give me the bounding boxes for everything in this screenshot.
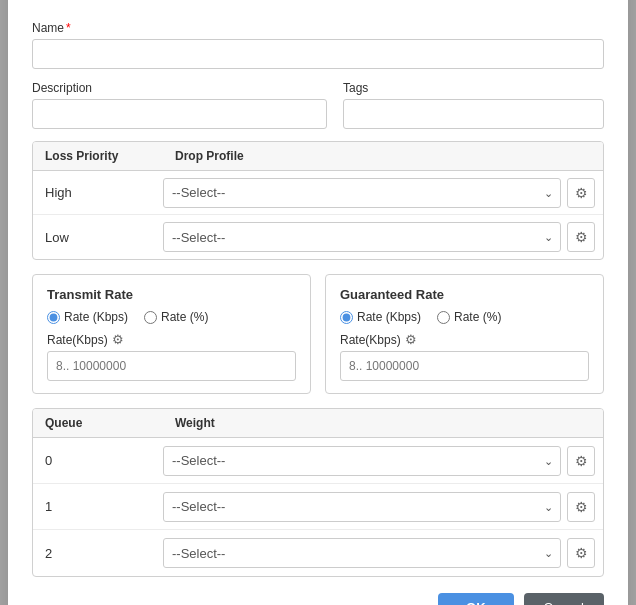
queue-1-select-cell: --Select-- ⌄ ⚙ [163,486,603,528]
guaranteed-gear-icon[interactable]: ⚙ [405,332,417,347]
queue-1-select-wrapper: --Select-- ⌄ [163,492,561,522]
table-row: 1 --Select-- ⌄ ⚙ [33,484,603,530]
cancel-button[interactable]: Cancel [524,593,604,605]
guaranteed-rate-input[interactable] [340,351,589,381]
transmit-radio-group: Rate (Kbps) Rate (%) [47,310,296,324]
queue-2-gear-button[interactable]: ⚙ [567,538,595,568]
description-group: Description [32,81,327,129]
transmit-kbps-radio[interactable] [47,311,60,324]
close-button[interactable]: × [581,0,604,5]
guaranteed-rate-box: Guaranteed Rate Rate (Kbps) Rate (%) Rat… [325,274,604,394]
tags-group: Tags [343,81,604,129]
transmit-kbps-radio-label[interactable]: Rate (Kbps) [47,310,128,324]
queue-0-weight-select[interactable]: --Select-- [163,446,561,476]
add-scheduler-modal: Add Scheduler × Name* Description Tags [8,0,628,605]
guaranteed-field-label: Rate(Kbps) ⚙ [340,332,589,347]
description-label: Description [32,81,327,95]
transmit-percent-radio-label[interactable]: Rate (%) [144,310,208,324]
loss-priority-table: Loss Priority Drop Profile High --Select… [32,141,604,260]
queue-0-select-wrapper: --Select-- ⌄ [163,446,561,476]
description-input[interactable] [32,99,327,129]
tags-label: Tags [343,81,604,95]
queue-2-weight-select[interactable]: --Select-- [163,538,561,568]
transmit-rate-title: Transmit Rate [47,287,296,302]
loss-priority-high: High [33,177,163,208]
guaranteed-percent-radio[interactable] [437,311,450,324]
modal-footer: OK Cancel [32,593,604,605]
guaranteed-percent-radio-label[interactable]: Rate (%) [437,310,501,324]
queue-num-1: 1 [33,491,163,522]
table-row: Low --Select-- ⌄ ⚙ [33,215,603,259]
high-select-cell: --Select-- ⌄ ⚙ [163,172,603,214]
queue-0-gear-button[interactable]: ⚙ [567,446,595,476]
low-select-wrapper: --Select-- ⌄ [163,222,561,252]
table-row: 0 --Select-- ⌄ ⚙ [33,438,603,484]
modal-overlay: Add Scheduler × Name* Description Tags [0,0,636,605]
queue-num-0: 0 [33,445,163,476]
low-select-cell: --Select-- ⌄ ⚙ [163,216,603,258]
transmit-field-label: Rate(Kbps) ⚙ [47,332,296,347]
queue-header: Queue Weight [33,409,603,438]
queue-2-select-wrapper: --Select-- ⌄ [163,538,561,568]
high-drop-profile-select[interactable]: --Select-- [163,178,561,208]
high-gear-button[interactable]: ⚙ [567,178,595,208]
queue-2-select-cell: --Select-- ⌄ ⚙ [163,532,603,574]
rate-sections: Transmit Rate Rate (Kbps) Rate (%) Rate(… [32,274,604,394]
col-drop-profile: Drop Profile [163,142,603,170]
loss-priority-low: Low [33,222,163,253]
transmit-rate-input[interactable] [47,351,296,381]
low-drop-profile-select[interactable]: --Select-- [163,222,561,252]
guaranteed-kbps-radio[interactable] [340,311,353,324]
transmit-percent-radio[interactable] [144,311,157,324]
low-gear-button[interactable]: ⚙ [567,222,595,252]
name-group: Name* [32,21,604,69]
transmit-rate-box: Transmit Rate Rate (Kbps) Rate (%) Rate(… [32,274,311,394]
ok-button[interactable]: OK [438,593,514,605]
queue-num-2: 2 [33,538,163,569]
queue-table: Queue Weight 0 --Select-- ⌄ ⚙ 1 [32,408,604,577]
guaranteed-kbps-radio-label[interactable]: Rate (Kbps) [340,310,421,324]
col-queue: Queue [33,409,163,437]
queue-1-gear-button[interactable]: ⚙ [567,492,595,522]
desc-tags-row: Description Tags [32,81,604,129]
transmit-gear-icon[interactable]: ⚙ [112,332,124,347]
table-row: 2 --Select-- ⌄ ⚙ [33,530,603,576]
queue-0-select-cell: --Select-- ⌄ ⚙ [163,440,603,482]
modal-header: Add Scheduler × [32,0,604,5]
guaranteed-rate-title: Guaranteed Rate [340,287,589,302]
high-select-wrapper: --Select-- ⌄ [163,178,561,208]
col-weight: Weight [163,409,603,437]
modal-title: Add Scheduler [32,0,145,3]
name-row: Name* [32,21,604,69]
name-label: Name* [32,21,604,35]
table-header: Loss Priority Drop Profile [33,142,603,171]
col-loss-priority: Loss Priority [33,142,163,170]
queue-1-weight-select[interactable]: --Select-- [163,492,561,522]
guaranteed-radio-group: Rate (Kbps) Rate (%) [340,310,589,324]
name-input[interactable] [32,39,604,69]
table-row: High --Select-- ⌄ ⚙ [33,171,603,215]
tags-input[interactable] [343,99,604,129]
